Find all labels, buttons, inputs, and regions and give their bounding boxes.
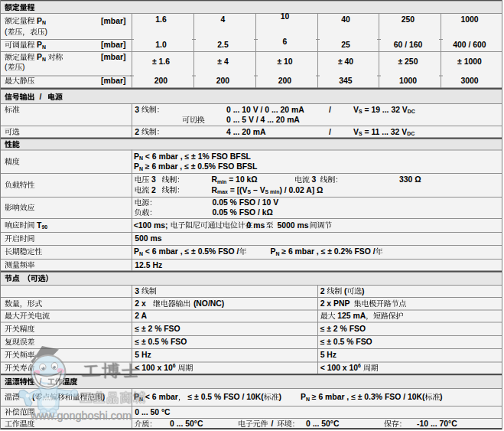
svg-text:< 100 x 106: < 100 x 106 bbox=[135, 363, 175, 372]
svg-text:0.05 % FSO / 10 V: 0.05 % FSO / 10 V bbox=[213, 198, 279, 207]
svg-text:330 Ω: 330 Ω bbox=[399, 175, 421, 184]
svg-text:0 ... 5 V / 4 ... 20 mA: 0 ... 5 V / 4 ... 20 mA bbox=[226, 116, 300, 124]
svg-text:0 ... 50°C: 0 ... 50°C bbox=[170, 420, 203, 428]
svg-text:12.5 Hz: 12.5 Hz bbox=[135, 261, 162, 269]
svg-text:< 100 x 106: < 100 x 106 bbox=[320, 363, 361, 372]
svg-text:25: 25 bbox=[341, 41, 350, 49]
svg-text:≤ ± 0.5 % FSO / 10K(: ≤ ± 0.5 % FSO / 10K( bbox=[188, 393, 265, 401]
svg-text:0 ... 50 °C: 0 ... 50 °C bbox=[135, 408, 171, 416]
svg-text:0 ... 10 V / 0 ... 20 mA: 0 ... 10 V / 0 ... 20 mA bbox=[226, 106, 304, 114]
svg-text:4: 4 bbox=[221, 15, 226, 24]
svg-text:/: / bbox=[40, 93, 42, 101]
svg-text:± 250: ± 250 bbox=[398, 57, 418, 66]
svg-text:): ) bbox=[362, 287, 364, 295]
svg-text:200: 200 bbox=[154, 77, 168, 85]
svg-text:0.05 % FSO / kΩ: 0.05 % FSO / kΩ bbox=[213, 208, 273, 217]
svg-text:1.6: 1.6 bbox=[155, 15, 167, 24]
svg-text:400 / 600: 400 / 600 bbox=[453, 41, 486, 49]
svg-text:± 1000: ± 1000 bbox=[457, 57, 482, 66]
svg-text:): ) bbox=[45, 28, 47, 36]
svg-text:± 10: ± 10 bbox=[277, 57, 292, 66]
svg-text:2: 2 bbox=[135, 128, 139, 136]
svg-text:PN < 6 mbar , ≤ ± 0.5% FSO /: PN < 6 mbar , ≤ ± 0.5% FSO / bbox=[134, 247, 239, 256]
svg-text:2 x: 2 x bbox=[135, 299, 146, 308]
svg-text:PN < 6 mbar , ≤ ± 1% FSO BFSL: PN < 6 mbar , ≤ ± 1% FSO BFSL bbox=[134, 152, 252, 162]
svg-text:VS = 19 ... 32 VDC: VS = 19 ... 32 VDC bbox=[353, 106, 415, 115]
svg-text:≤ ± 0.5 % FSO: ≤ ± 0.5 % FSO bbox=[135, 338, 187, 346]
svg-text:2.5: 2.5 bbox=[217, 41, 229, 49]
svg-text:[mbar]: [mbar] bbox=[101, 41, 125, 49]
svg-text:[mbar]: [mbar] bbox=[101, 17, 125, 25]
svg-text:): ) bbox=[22, 63, 24, 71]
svg-text:125 mA: 125 mA bbox=[337, 312, 366, 320]
svg-text:60 / 160: 60 / 160 bbox=[394, 41, 423, 49]
svg-text:3000: 3000 bbox=[460, 77, 478, 85]
svg-text:345: 345 bbox=[339, 77, 353, 85]
svg-text:[mbar]: [mbar] bbox=[101, 77, 125, 85]
svg-text:5 Hz: 5 Hz bbox=[135, 351, 151, 359]
svg-text:0 ms: 0 ms bbox=[247, 221, 265, 230]
svg-text:): ) bbox=[278, 393, 281, 401]
svg-text:PN ≥ 6 mbar , ≤ ± 0.5% FSO BFS: PN ≥ 6 mbar , ≤ ± 0.5% FSO BFSL bbox=[134, 162, 258, 171]
svg-text:/: / bbox=[329, 128, 331, 136]
svg-text:5 Hz: 5 Hz bbox=[320, 351, 337, 359]
svg-text:≤ ± 2 % FSO: ≤ ± 2 % FSO bbox=[320, 325, 366, 333]
svg-text:250: 250 bbox=[402, 15, 415, 24]
svg-text:2 x PNP: 2 x PNP bbox=[320, 299, 350, 308]
svg-text:40: 40 bbox=[341, 15, 350, 24]
svg-text:4 ... 20 mA: 4 ... 20 mA bbox=[226, 128, 266, 136]
svg-text:): ) bbox=[440, 393, 442, 401]
svg-text:VS = 11 ... 32 VDC: VS = 11 ... 32 VDC bbox=[353, 128, 415, 137]
svg-text:(: ( bbox=[5, 63, 8, 71]
svg-text:/: / bbox=[272, 420, 274, 428]
svg-text:2: 2 bbox=[320, 287, 325, 295]
svg-text:200: 200 bbox=[278, 77, 292, 85]
svg-text:<100 ms;: <100 ms; bbox=[134, 221, 168, 230]
svg-text:[mbar]: [mbar] bbox=[101, 53, 125, 61]
svg-text:≤ ± 2 % FSO: ≤ ± 2 % FSO bbox=[135, 325, 180, 333]
svg-text:www.gongboshi.com: www.gongboshi.com bbox=[30, 410, 132, 422]
svg-text:PN ≥ 6 mbar , ≤ ± 0.3% FSO / 1: PN ≥ 6 mbar , ≤ ± 0.3% FSO / 10K( bbox=[301, 393, 425, 402]
svg-text:2 A: 2 A bbox=[135, 312, 147, 320]
svg-text:1000: 1000 bbox=[399, 77, 417, 85]
svg-text:3: 3 bbox=[135, 287, 139, 295]
svg-text:± 4: ± 4 bbox=[217, 57, 229, 66]
svg-text:/: / bbox=[329, 106, 331, 114]
svg-text:(: ( bbox=[5, 28, 8, 36]
svg-text:500 ms: 500 ms bbox=[135, 234, 161, 243]
svg-text:± 40: ± 40 bbox=[338, 57, 353, 66]
svg-text:≤ ± 0.5 % FSO: ≤ ± 0.5 % FSO bbox=[320, 338, 372, 346]
svg-text:2: 2 bbox=[151, 186, 156, 194]
svg-text:3: 3 bbox=[151, 175, 156, 184]
svg-text:10: 10 bbox=[281, 12, 290, 21]
svg-text:(: ( bbox=[344, 287, 347, 295]
svg-text:1.0: 1.0 bbox=[155, 41, 167, 49]
svg-text:3: 3 bbox=[135, 106, 139, 114]
svg-text:-10 ... 70°C: -10 ... 70°C bbox=[417, 420, 457, 428]
svg-text:(NO/NC): (NO/NC) bbox=[193, 299, 224, 308]
svg-text:1000: 1000 bbox=[460, 15, 478, 24]
svg-text:6: 6 bbox=[283, 38, 288, 46]
svg-text:0 ... 50°C: 0 ... 50°C bbox=[306, 420, 340, 428]
svg-text:5000 ms: 5000 ms bbox=[278, 221, 309, 230]
svg-text:3: 3 bbox=[312, 175, 317, 184]
svg-text:± 1.6: ± 1.6 bbox=[152, 57, 170, 66]
svg-text:200: 200 bbox=[216, 77, 230, 85]
svg-text:PN ≥ 6 mbar , ≤ ± 0.2% FSO /: PN ≥ 6 mbar , ≤ ± 0.2% FSO / bbox=[271, 247, 376, 256]
